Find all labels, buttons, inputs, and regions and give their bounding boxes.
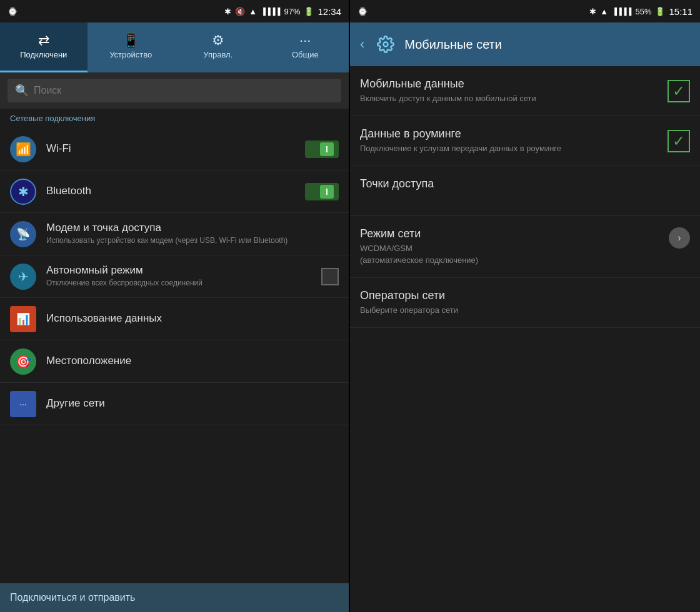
connections-icon: ⇄ xyxy=(38,34,49,47)
device-icon: 📱 xyxy=(122,34,139,47)
roaming-title: Данные в роуминге xyxy=(360,127,660,141)
roaming-subtitle: Подключение к услугам передачи данных в … xyxy=(360,143,660,154)
bluetooth-status-icon: ✱ xyxy=(224,7,231,16)
airplane-text: Автономный режим Отключение всех беспров… xyxy=(46,264,321,289)
operators-title: Операторы сети xyxy=(360,289,690,302)
search-bar: 🔍 xyxy=(0,72,349,109)
wifi-right-icon: ▲ xyxy=(600,7,608,16)
bluetooth-icon: ✱ xyxy=(10,179,36,205)
tab-connections[interactable]: ⇄ Подключени xyxy=(0,22,88,72)
networkmode-arrow[interactable]: › xyxy=(669,227,690,249)
mobiledata-text: Мобильные данные Включить доступ к данны… xyxy=(360,77,660,104)
signal-right-icon: ▐▐▐▐ xyxy=(612,7,631,15)
status-bar-right: ⌚ ✱ ▲ ▐▐▐▐ 55% 🔋 15:11 xyxy=(350,0,700,22)
setting-row-other[interactable]: ··· Другие сети xyxy=(0,383,349,425)
networkmode-subtitle: WCDMA/GSM(автоматическое подключение) xyxy=(360,243,661,265)
status-icons-left: ⌚ xyxy=(8,7,18,16)
time-display-right: 15:11 xyxy=(669,6,692,17)
setting-row-mobiledata[interactable]: Мобильные данные Включить доступ к данны… xyxy=(350,66,700,116)
roaming-checkmark[interactable]: ✓ xyxy=(668,130,690,152)
battery-right-level: 55% xyxy=(635,7,651,16)
wifi-status-icon: ▲ xyxy=(249,7,257,16)
wifi-icon: 📶 xyxy=(10,136,36,162)
gear-icon xyxy=(374,33,397,56)
right-header-title: Мобильные сети xyxy=(404,37,502,52)
time-display-left: 12:34 xyxy=(318,6,341,17)
status-icons-right-left: ⌚ xyxy=(358,6,368,17)
search-input[interactable] xyxy=(34,85,334,96)
setting-row-wifi[interactable]: 📶 Wi-Fi xyxy=(0,128,349,170)
modem-text: Модем и точка доступа Использовать устро… xyxy=(46,222,339,246)
datausage-text: Использование данных xyxy=(46,312,339,326)
wifi-text: Wi-Fi xyxy=(46,142,305,156)
bottom-bar-label: Подключиться и отправить xyxy=(10,592,135,603)
airplane-subtitle: Отключение всех беспроводных соединений xyxy=(46,278,321,289)
networkmode-title: Режим сети xyxy=(360,227,661,240)
left-panel: ⌚ ✱ 🔇 ▲ ▐▐▐▐ 97% 🔋 12:34 ⇄ Подключени 📱 … xyxy=(0,0,350,612)
tab-connections-label: Подключени xyxy=(20,50,67,59)
setting-row-roaming[interactable]: Данные в роуминге Подключение к услугам … xyxy=(350,116,700,166)
setting-row-location[interactable]: 🎯 Местоположение xyxy=(0,340,349,383)
battery-level: 97% xyxy=(284,7,300,16)
bottom-bar[interactable]: Подключиться и отправить xyxy=(0,583,349,612)
setting-row-modem[interactable]: 📡 Модем и точка доступа Использовать уст… xyxy=(0,213,349,255)
signal-icon: ▐▐▐▐ xyxy=(261,7,280,15)
watch-icon: ⌚ xyxy=(8,7,18,16)
roaming-text: Данные в роуминге Подключение к услугам … xyxy=(360,127,660,154)
tab-bar: ⇄ Подключени 📱 Устройство ⚙ Управл. ··· … xyxy=(0,22,349,72)
mute-icon: 🔇 xyxy=(235,7,245,16)
tab-device[interactable]: 📱 Устройство xyxy=(88,22,175,72)
search-icon: 🔍 xyxy=(15,84,29,97)
modem-subtitle: Использовать устройство как модем (через… xyxy=(46,235,339,246)
status-icons-right: ✱ 🔇 ▲ ▐▐▐▐ 97% 🔋 12:34 xyxy=(224,6,341,17)
accesspoints-title: Точки доступа xyxy=(360,177,690,190)
setting-row-airplane[interactable]: ✈ Автономный режим Отключение всех беспр… xyxy=(0,255,349,298)
setting-row-datausage[interactable]: 📊 Использование данных xyxy=(0,298,349,340)
section-header-connections: Сетевые подключения xyxy=(0,109,349,128)
setting-row-operators[interactable]: Операторы сети Выберите оператора сети xyxy=(350,278,700,328)
right-panel: ⌚ ✱ ▲ ▐▐▐▐ 55% 🔋 15:11 ‹ Мобильные сети … xyxy=(350,0,700,612)
mobiledata-subtitle: Включить доступ к данным по мобильной се… xyxy=(360,93,660,104)
back-button[interactable]: ‹ xyxy=(360,36,364,52)
watch-icon-right: ⌚ xyxy=(358,7,368,16)
datausage-icon: 📊 xyxy=(10,306,36,332)
setting-row-bluetooth[interactable]: ✱ Bluetooth xyxy=(0,170,349,213)
location-icon: 🎯 xyxy=(10,348,36,375)
setting-row-networkmode[interactable]: Режим сети WCDMA/GSM(автоматическое подк… xyxy=(350,216,700,277)
modem-icon: 📡 xyxy=(10,221,36,247)
bluetooth-title: Bluetooth xyxy=(46,185,305,197)
operators-subtitle: Выберите оператора сети xyxy=(360,305,690,316)
operators-text: Операторы сети Выберите оператора сети xyxy=(360,289,690,316)
status-bar-left: ⌚ ✱ 🔇 ▲ ▐▐▐▐ 97% 🔋 12:34 xyxy=(0,0,349,22)
status-right-right: ✱ ▲ ▐▐▐▐ 55% 🔋 15:11 xyxy=(589,6,692,17)
datausage-title: Использование данных xyxy=(46,312,339,325)
right-header: ‹ Мобильные сети xyxy=(350,22,700,66)
bt-right-icon: ✱ xyxy=(589,7,596,16)
battery-icon: 🔋 xyxy=(304,7,314,16)
bluetooth-text: Bluetooth xyxy=(46,185,305,199)
tab-manage-label: Управл. xyxy=(203,50,232,59)
setting-row-accesspoints[interactable]: Точки доступа xyxy=(350,166,700,216)
manage-icon: ⚙ xyxy=(212,34,224,47)
airplane-icon: ✈ xyxy=(10,264,36,290)
airplane-title: Автономный режим xyxy=(46,264,321,277)
bluetooth-toggle[interactable] xyxy=(305,183,339,200)
networkmode-text: Режим сети WCDMA/GSM(автоматическое подк… xyxy=(360,227,661,265)
mobiledata-title: Мобильные данные xyxy=(360,77,660,91)
location-text: Местоположение xyxy=(46,355,339,368)
tab-general-label: Общие xyxy=(292,50,319,59)
modem-title: Модем и точка доступа xyxy=(46,222,339,234)
search-wrap: 🔍 xyxy=(8,79,341,102)
battery-right-icon: 🔋 xyxy=(655,7,665,16)
airplane-checkbox[interactable] xyxy=(321,268,339,285)
wifi-toggle[interactable] xyxy=(305,141,339,158)
wifi-title: Wi-Fi xyxy=(46,142,305,155)
general-icon: ··· xyxy=(299,34,311,47)
tab-manage[interactable]: ⚙ Управл. xyxy=(174,22,262,72)
accesspoints-text: Точки доступа xyxy=(360,177,690,193)
other-icon: ··· xyxy=(10,391,36,417)
svg-point-0 xyxy=(384,42,388,47)
tab-general[interactable]: ··· Общие xyxy=(262,22,349,72)
other-text: Другие сети xyxy=(46,397,339,411)
mobiledata-checkmark[interactable]: ✓ xyxy=(668,80,690,102)
